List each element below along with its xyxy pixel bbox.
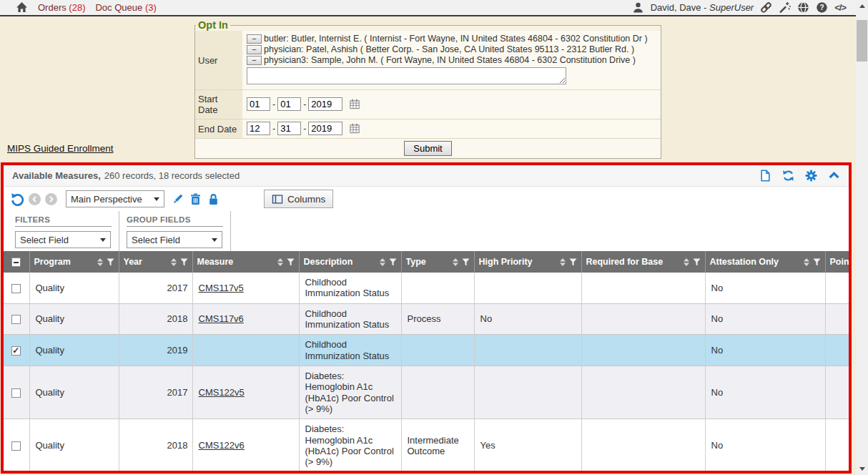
column-header: Attestation Only (705, 251, 825, 273)
sort-icon[interactable] (171, 258, 177, 266)
filters-field-select[interactable]: Select Field (15, 231, 111, 248)
mips-guided-enrollment-link[interactable]: MIPS Guided Enrollment (7, 143, 114, 154)
sort-icon[interactable] (453, 258, 458, 266)
type-cell: Process (401, 303, 474, 335)
link-icon[interactable] (760, 1, 772, 14)
sort-icon[interactable] (560, 258, 566, 266)
code-icon[interactable]: </> (834, 2, 846, 13)
filter-funnel-icon[interactable] (389, 258, 397, 266)
forward-icon[interactable] (45, 193, 57, 205)
start-date-fields: - - (242, 90, 661, 119)
collapse-icon[interactable] (828, 170, 840, 182)
sort-icon[interactable] (684, 258, 689, 266)
high-priority-cell: No (474, 303, 581, 335)
filters-field-value: Select Field (20, 235, 69, 245)
top-nav-item[interactable]: Orders (28) (38, 2, 85, 13)
remove-user-button[interactable] (247, 45, 262, 54)
filter-funnel-icon[interactable] (693, 258, 701, 266)
table-row[interactable]: Quality 2018 CMS122v6 Diabetes: Hemoglob… (4, 419, 852, 472)
start-year-input[interactable] (308, 97, 342, 111)
description-cell: Diabetes: Hemoglobin A1c (HbA1c) Poor Co… (299, 366, 401, 418)
table-row[interactable]: Quality 2018 CMS117v6 Childhood Immuniza… (4, 303, 852, 335)
filter-funnel-icon[interactable] (287, 258, 295, 266)
description-cell: Childhood Immunization Status (299, 273, 401, 303)
nav-item-count: (3) (145, 2, 157, 13)
submit-button[interactable]: Submit (404, 141, 451, 156)
perspective-select[interactable]: Main Perspective (66, 190, 164, 207)
measure-link[interactable]: CMS122v5 (199, 387, 245, 398)
attestation-only-cell: No (705, 303, 825, 335)
user-name: David, Dave - (651, 2, 709, 13)
remove-user-button[interactable] (247, 56, 262, 65)
logged-in-user[interactable]: David, Dave - SuperUser (651, 2, 754, 13)
measure-cell: CMS122v5 (192, 366, 299, 418)
table-row[interactable]: Quality 2019 Childhood Immunization Stat… (4, 335, 852, 366)
sort-icon[interactable] (804, 258, 809, 266)
row-checkbox[interactable] (11, 441, 21, 451)
calendar-icon[interactable] (350, 99, 360, 109)
filter-funnel-icon[interactable] (107, 258, 114, 266)
measure-link[interactable]: CMS117v5 (199, 283, 244, 293)
filter-funnel-icon[interactable] (569, 258, 577, 266)
back-icon[interactable] (29, 193, 41, 205)
lock-icon[interactable] (207, 193, 220, 205)
measure-link[interactable]: CMS117v6 (199, 313, 244, 324)
attestation-only-cell: No (705, 419, 825, 472)
calendar-icon[interactable] (350, 123, 360, 134)
scroll-down-button[interactable] (856, 463, 868, 475)
end-date-label: End Date (195, 119, 242, 138)
user-search-input[interactable] (247, 67, 566, 84)
end-year-input[interactable] (308, 122, 342, 135)
start-day-input[interactable] (277, 97, 301, 111)
select-all-checkbox[interactable] (11, 258, 21, 267)
row-checkbox[interactable] (11, 284, 21, 293)
gear-icon[interactable] (805, 170, 817, 182)
panel-toolbar: Main Perspective Columns (4, 187, 849, 211)
row-checkbox[interactable] (11, 346, 21, 356)
row-checkbox[interactable] (11, 388, 21, 398)
attestation-only-cell: No (705, 335, 825, 366)
sort-icon[interactable] (380, 258, 385, 266)
remove-user-button[interactable] (247, 34, 262, 44)
new-document-icon[interactable] (759, 170, 771, 182)
columns-icon (272, 194, 283, 205)
start-month-input[interactable] (247, 97, 270, 111)
filter-funnel-icon[interactable] (462, 258, 470, 266)
group-fields-select[interactable]: Select Field (127, 231, 222, 248)
row-checkbox[interactable] (11, 315, 21, 324)
home-icon[interactable] (16, 1, 28, 14)
top-nav-item[interactable]: Doc Queue (3) (95, 2, 156, 13)
end-day-input[interactable] (277, 122, 301, 135)
end-month-input[interactable] (247, 122, 270, 135)
sort-icon[interactable] (277, 258, 283, 266)
filter-funnel-icon[interactable] (180, 258, 188, 266)
sort-icon[interactable] (97, 258, 103, 266)
table-row[interactable]: Quality 2017 CMS117v5 Childhood Immuniza… (4, 273, 852, 303)
wand-icon[interactable] (779, 1, 791, 14)
row-select-cell (4, 273, 29, 303)
delete-icon[interactable] (189, 193, 202, 205)
globe-icon[interactable] (797, 1, 809, 14)
column-header-label: Points (830, 257, 852, 267)
measure-link[interactable]: CMS122v6 (199, 440, 245, 451)
scroll-up-button[interactable] (856, 0, 868, 12)
filters-label: FILTERS (15, 215, 112, 227)
edit-icon[interactable] (172, 193, 184, 205)
high-priority-cell (474, 472, 581, 474)
table-row[interactable]: Quality 2019 Diabetes: Hemoglobin A1c (H… (4, 472, 852, 474)
group-fields-label: GROUP FIELDS (127, 215, 223, 227)
scrollbar-thumb[interactable] (857, 20, 867, 62)
opt-in-legend: Opt In (196, 19, 230, 31)
top-bar-right: David, Dave - SuperUser ? </> (632, 1, 856, 14)
perspective-value: Main Perspective (71, 194, 142, 205)
top-bar: Orders (28) Doc Queue (3) David, Dave - … (0, 0, 856, 16)
help-icon[interactable]: ? (816, 1, 828, 14)
undo-icon[interactable] (11, 192, 24, 206)
year-cell: 2019 (119, 335, 192, 366)
filter-funnel-icon[interactable] (813, 258, 821, 266)
columns-button[interactable]: Columns (264, 190, 333, 208)
table-row[interactable]: Quality 2017 CMS122v5 Diabetes: Hemoglob… (4, 366, 852, 418)
table-header-row: Program Year (4, 251, 852, 273)
refresh-icon[interactable] (782, 170, 794, 182)
type-cell: Intermediate Outcome (401, 419, 474, 472)
